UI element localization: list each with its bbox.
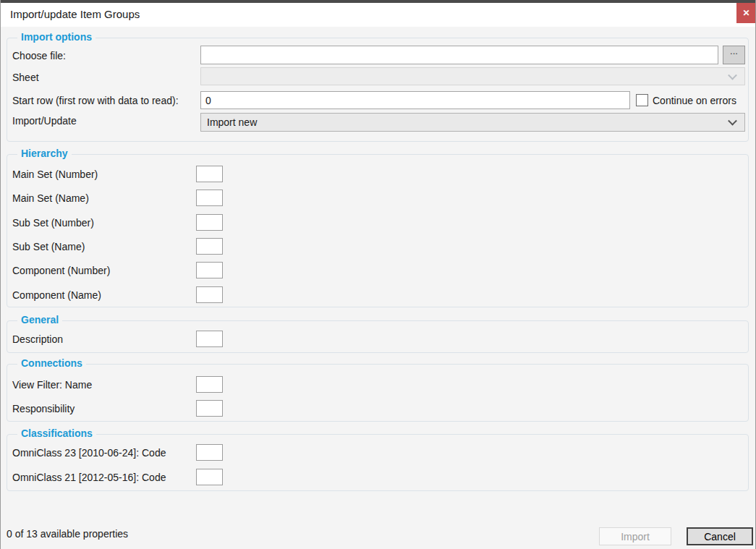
section-connections-legend: Connections bbox=[17, 357, 86, 369]
chevron-down-icon bbox=[728, 116, 737, 126]
main-set-name-input[interactable] bbox=[196, 190, 223, 206]
dialog-title: Import/update Item Groups bbox=[10, 8, 140, 20]
import-update-dropdown-value: Import new bbox=[207, 116, 257, 128]
component-name-label: Component (Name) bbox=[12, 289, 101, 301]
section-hierarchy: Hierarchy Main Set (Number) Main Set (Na… bbox=[7, 154, 749, 307]
section-import-options: Import options Choose file: ... Sheet St… bbox=[7, 38, 749, 142]
section-general-legend: General bbox=[17, 314, 62, 325]
main-set-number-input[interactable] bbox=[196, 166, 223, 182]
responsibility-input[interactable] bbox=[196, 400, 223, 417]
sheet-dropdown[interactable] bbox=[200, 67, 745, 85]
import-update-dialog: Import/update Item Groups ✕ Import optio… bbox=[0, 0, 756, 549]
section-import-options-legend: Import options bbox=[17, 31, 95, 43]
omniclass-23-code-input[interactable] bbox=[196, 444, 223, 461]
import-update-label: Import/Update bbox=[12, 115, 77, 127]
browse-file-label: ... bbox=[730, 46, 738, 56]
chevron-down-icon bbox=[728, 70, 737, 80]
component-number-input[interactable] bbox=[196, 262, 223, 278]
cancel-button-label: Cancel bbox=[704, 531, 736, 542]
omniclass-21-code-label: OmniClass 21 [2012-05-16]: Code bbox=[12, 472, 166, 483]
section-classifications: Classifications OmniClass 23 [2010-06-24… bbox=[7, 434, 749, 491]
choose-file-label: Choose file: bbox=[12, 50, 66, 61]
continue-on-errors-label: Continue on errors bbox=[653, 95, 736, 106]
continue-on-errors-checkbox[interactable] bbox=[636, 94, 648, 106]
sheet-label: Sheet bbox=[12, 72, 39, 83]
sub-set-number-label: Sub Set (Number) bbox=[12, 217, 94, 229]
description-input[interactable] bbox=[196, 331, 223, 347]
main-set-number-label: Main Set (Number) bbox=[12, 169, 98, 180]
sub-set-name-label: Sub Set (Name) bbox=[12, 241, 85, 252]
choose-file-input[interactable] bbox=[200, 46, 718, 64]
view-filter-name-label: View Filter: Name bbox=[12, 379, 92, 391]
import-button-label: Import bbox=[621, 531, 650, 542]
omniclass-23-code-label: OmniClass 23 [2010-06-24]: Code bbox=[12, 447, 166, 459]
import-update-dropdown[interactable]: Import new bbox=[200, 113, 745, 132]
start-row-input[interactable] bbox=[200, 91, 630, 109]
start-row-label: Start row (first row with data to read): bbox=[12, 95, 179, 106]
close-icon: ✕ bbox=[742, 8, 749, 18]
main-set-name-label: Main Set (Name) bbox=[12, 192, 89, 204]
view-filter-name-input[interactable] bbox=[196, 376, 223, 393]
section-general: General Description bbox=[7, 320, 749, 353]
close-button[interactable]: ✕ bbox=[736, 3, 756, 23]
browse-file-button[interactable]: ... bbox=[723, 46, 745, 64]
section-connections: Connections View Filter: Name Responsibi… bbox=[7, 364, 749, 422]
import-button[interactable]: Import bbox=[599, 527, 671, 545]
component-name-input[interactable] bbox=[196, 286, 223, 303]
cancel-button[interactable]: Cancel bbox=[687, 527, 753, 545]
sub-set-name-input[interactable] bbox=[196, 238, 223, 255]
omniclass-21-code-input[interactable] bbox=[196, 469, 223, 485]
available-properties-status: 0 of 13 available properties bbox=[7, 528, 128, 540]
dialog-titlebar: Import/update Item Groups bbox=[1, 3, 755, 27]
sub-set-number-input[interactable] bbox=[196, 214, 223, 231]
description-label: Description bbox=[12, 333, 63, 345]
section-classifications-legend: Classifications bbox=[17, 427, 96, 439]
responsibility-label: Responsibility bbox=[12, 403, 75, 414]
section-hierarchy-legend: Hierarchy bbox=[17, 148, 72, 159]
component-number-label: Component (Number) bbox=[12, 265, 110, 276]
